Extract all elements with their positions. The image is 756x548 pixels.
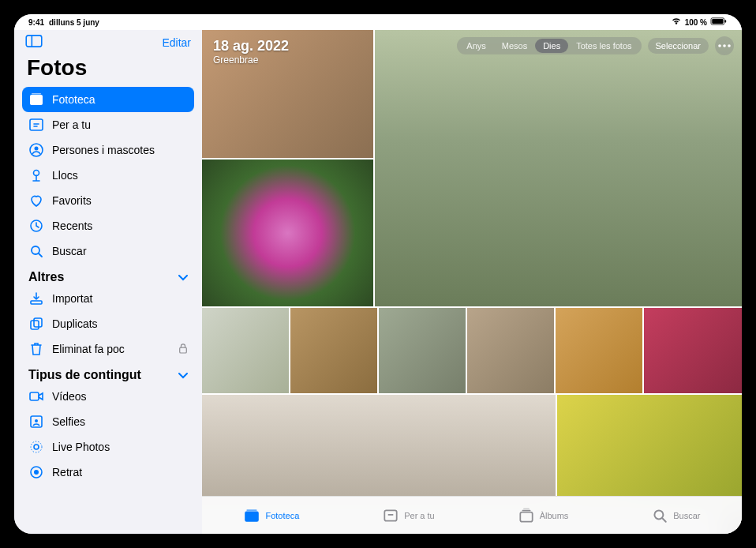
svg-rect-27 — [245, 511, 260, 521]
sidebar-item-label: Selfies — [52, 415, 85, 428]
location-subtitle: Greenbrae — [213, 54, 289, 66]
pin-icon — [28, 167, 44, 183]
svg-rect-31 — [522, 509, 530, 510]
sidebar-item-label: Live Photos — [52, 441, 110, 453]
photo-thumbnail[interactable] — [644, 308, 742, 393]
selfie-icon — [28, 414, 44, 430]
status-date: dilluns 5 juny — [49, 18, 99, 27]
photo-thumbnail[interactable] — [290, 308, 377, 393]
sidebar-item-label: Per a tu — [52, 118, 91, 131]
photo-library-view: 18 ag. 2022 Greenbrae Anys Mesos Dies To… — [202, 30, 742, 534]
sidebar-item-label: Fototeca — [52, 93, 95, 106]
photo-thumbnail[interactable] — [202, 308, 289, 393]
select-button[interactable]: Seleccionar — [648, 38, 709, 54]
segment-mesos[interactable]: Mesos — [494, 39, 535, 53]
sidebar-item-retrat[interactable]: Retrat — [22, 460, 194, 485]
app-title: Fotos — [22, 55, 194, 81]
tab-label: Fototeca — [265, 511, 299, 520]
library-icon — [28, 92, 44, 107]
date-title: 18 ag. 2022 — [213, 38, 289, 54]
video-icon — [28, 388, 44, 404]
albums-icon — [518, 507, 535, 524]
svg-rect-15 — [34, 318, 42, 327]
svg-rect-7 — [30, 119, 43, 130]
battery-icon — [710, 17, 728, 27]
svg-rect-2 — [725, 20, 727, 22]
svg-point-19 — [35, 419, 38, 422]
segment-anys[interactable]: Anys — [458, 39, 493, 53]
tab-label: Per a tu — [404, 511, 435, 520]
photo-thumbnail[interactable] — [556, 308, 642, 393]
sidebar-item-importat[interactable]: Importat — [22, 286, 194, 311]
tab-albums[interactable]: Àlbums — [518, 507, 569, 524]
search-icon — [651, 507, 668, 524]
sidebar-item-persones[interactable]: Persones i mascotes — [22, 137, 194, 163]
sidebar-item-label: Recents — [52, 220, 92, 232]
sidebar-item-label: Persones i mascotes — [52, 144, 155, 156]
svg-rect-30 — [520, 512, 532, 521]
sidebar-item-label: Importat — [52, 292, 92, 305]
sidebar-item-eliminat[interactable]: Eliminat fa poc — [22, 336, 194, 362]
tab-fototeca[interactable]: Fototeca — [243, 507, 299, 524]
sidebar-item-selfies[interactable]: Selfies — [22, 409, 194, 434]
sidebar-item-recents[interactable]: Recents — [22, 213, 194, 238]
sidebar-item-livephotos[interactable]: Live Photos — [22, 434, 194, 460]
clock-icon — [28, 218, 44, 234]
tab-label: Buscar — [673, 511, 700, 520]
svg-rect-14 — [31, 321, 39, 329]
sidebar-toggle-icon[interactable] — [25, 35, 43, 51]
sidebar-item-label: Retrat — [52, 466, 82, 479]
svg-point-26 — [728, 44, 731, 47]
photo-grid[interactable]: 18 ag. 2022 Greenbrae Anys Mesos Dies To… — [202, 30, 742, 534]
tab-buscar[interactable]: Buscar — [651, 507, 700, 524]
photo-thumbnail[interactable] — [467, 308, 554, 393]
chevron-down-icon — [178, 368, 188, 382]
livephoto-icon — [28, 439, 44, 455]
search-icon — [28, 243, 44, 259]
import-icon — [28, 291, 44, 306]
svg-rect-1 — [712, 19, 723, 24]
trash-icon — [28, 341, 44, 357]
heart-icon — [28, 193, 44, 208]
svg-point-9 — [35, 147, 39, 151]
status-time: 9:41 — [28, 18, 44, 27]
wifi-icon — [671, 17, 682, 27]
sidebar-item-label: Llocs — [52, 169, 78, 182]
section-header-altres[interactable]: Altres — [22, 264, 194, 286]
people-icon — [28, 142, 44, 158]
tab-bar: Fototeca Per a tu Àlbums Buscar — [202, 496, 742, 534]
photo-thumbnail[interactable] — [379, 308, 466, 393]
sidebar-item-label: Eliminat fa poc — [52, 343, 125, 355]
svg-point-20 — [34, 445, 39, 449]
sidebar-item-peratu[interactable]: Per a tu — [22, 112, 194, 137]
tab-peratu[interactable]: Per a tu — [382, 507, 435, 524]
svg-point-21 — [31, 441, 42, 452]
sidebar-item-fototeca[interactable]: Fototeca — [22, 87, 194, 112]
chevron-down-icon — [178, 270, 188, 284]
lock-icon — [178, 343, 188, 356]
svg-rect-29 — [384, 510, 396, 520]
section-header-tipus[interactable]: Tipus de contingut — [22, 362, 194, 384]
sidebar-item-buscar[interactable]: Buscar — [22, 238, 194, 264]
segment-dies[interactable]: Dies — [535, 39, 568, 53]
segment-totes[interactable]: Totes les fotos — [568, 39, 639, 53]
photo-thumbnail[interactable] — [557, 395, 742, 497]
foryou-icon — [382, 507, 399, 524]
sidebar-item-favorits[interactable]: Favorits — [22, 188, 194, 213]
sidebar-item-llocs[interactable]: Llocs — [22, 163, 194, 188]
photo-thumbnail[interactable] — [202, 160, 373, 306]
photo-thumbnail[interactable] — [375, 30, 742, 306]
photo-thumbnail[interactable] — [202, 395, 556, 497]
sidebar-item-label: Vídeos — [52, 390, 87, 403]
battery-text: 100 % — [685, 18, 707, 27]
svg-rect-6 — [32, 93, 41, 95]
more-button[interactable] — [715, 36, 734, 55]
svg-rect-13 — [31, 301, 42, 304]
edit-button[interactable]: Editar — [162, 36, 191, 49]
section-header-label: Tipus de contingut — [28, 368, 141, 382]
svg-point-24 — [718, 44, 721, 47]
sidebar-item-duplicats[interactable]: Duplicats — [22, 311, 194, 336]
duplicate-icon — [28, 316, 44, 332]
date-overlay: 18 ag. 2022 Greenbrae — [213, 38, 289, 66]
sidebar-item-videos[interactable]: Vídeos — [22, 384, 194, 409]
